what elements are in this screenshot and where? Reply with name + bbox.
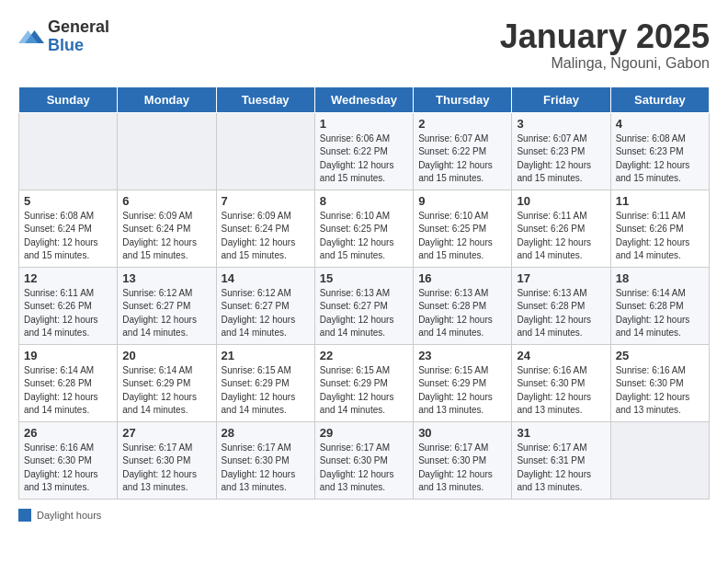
- calendar-cell: 24Sunrise: 6:16 AMSunset: 6:30 PMDayligh…: [512, 344, 610, 421]
- cell-info: Sunrise: 6:17 AMSunset: 6:30 PMDaylight:…: [122, 442, 197, 493]
- cell-info: Sunrise: 6:17 AMSunset: 6:30 PMDaylight:…: [320, 442, 394, 493]
- cell-info: Sunrise: 6:17 AMSunset: 6:30 PMDaylight:…: [222, 442, 296, 493]
- calendar-cell: 26Sunrise: 6:16 AMSunset: 6:30 PMDayligh…: [19, 421, 118, 499]
- week-row-4: 19Sunrise: 6:14 AMSunset: 6:28 PMDayligh…: [19, 344, 710, 421]
- calendar-cell: 30Sunrise: 6:17 AMSunset: 6:30 PMDayligh…: [414, 421, 512, 499]
- calendar-cell: 11Sunrise: 6:11 AMSunset: 6:26 PMDayligh…: [610, 190, 709, 267]
- day-number: 13: [122, 271, 210, 285]
- cell-info: Sunrise: 6:11 AMSunset: 6:26 PMDaylight:…: [517, 211, 591, 261]
- calendar-cell: 23Sunrise: 6:15 AMSunset: 6:29 PMDayligh…: [414, 344, 512, 421]
- day-number: 27: [122, 426, 210, 440]
- calendar-cell: 28Sunrise: 6:17 AMSunset: 6:30 PMDayligh…: [216, 421, 314, 499]
- cell-info: Sunrise: 6:16 AMSunset: 6:30 PMDaylight:…: [616, 365, 690, 416]
- cell-info: Sunrise: 6:09 AMSunset: 6:24 PMDaylight:…: [122, 211, 197, 261]
- calendar-cell: 16Sunrise: 6:13 AMSunset: 6:28 PMDayligh…: [414, 267, 512, 344]
- day-number: 28: [222, 426, 310, 440]
- day-number: 25: [616, 349, 704, 362]
- day-header-thursday: Thursday: [414, 86, 512, 112]
- calendar-table: SundayMondayTuesdayWednesdayThursdayFrid…: [18, 86, 710, 500]
- day-number: 22: [320, 349, 408, 362]
- day-number: 2: [418, 117, 506, 131]
- cell-info: Sunrise: 6:08 AMSunset: 6:24 PMDaylight:…: [24, 211, 98, 261]
- days-header-row: SundayMondayTuesdayWednesdayThursdayFrid…: [19, 86, 710, 112]
- cell-info: Sunrise: 6:08 AMSunset: 6:23 PMDaylight:…: [616, 133, 690, 184]
- day-number: 11: [616, 194, 704, 208]
- day-number: 7: [222, 194, 310, 208]
- day-number: 8: [320, 194, 408, 208]
- day-header-saturday: Saturday: [610, 86, 709, 112]
- title-block: January 2025 Malinga, Ngouni, Gabon: [500, 18, 710, 72]
- cell-info: Sunrise: 6:14 AMSunset: 6:29 PMDaylight:…: [122, 365, 197, 416]
- cell-info: Sunrise: 6:13 AMSunset: 6:28 PMDaylight:…: [418, 288, 493, 339]
- cell-info: Sunrise: 6:10 AMSunset: 6:25 PMDaylight:…: [418, 211, 493, 261]
- day-header-friday: Friday: [512, 86, 610, 112]
- day-number: 4: [616, 117, 704, 131]
- calendar-cell: 27Sunrise: 6:17 AMSunset: 6:30 PMDayligh…: [118, 421, 216, 499]
- calendar-cell: 21Sunrise: 6:15 AMSunset: 6:29 PMDayligh…: [216, 344, 314, 421]
- location: Malinga, Ngouni, Gabon: [500, 55, 710, 72]
- calendar-cell: 2Sunrise: 6:07 AMSunset: 6:22 PMDaylight…: [414, 112, 512, 190]
- logo-icon: [18, 24, 44, 50]
- day-header-tuesday: Tuesday: [216, 86, 314, 112]
- day-number: 16: [418, 271, 506, 285]
- day-number: 26: [24, 426, 112, 440]
- calendar-cell: 8Sunrise: 6:10 AMSunset: 6:25 PMDaylight…: [314, 190, 413, 267]
- calendar-cell: [610, 421, 709, 499]
- day-number: 24: [517, 349, 605, 362]
- week-row-3: 12Sunrise: 6:11 AMSunset: 6:26 PMDayligh…: [19, 267, 710, 344]
- day-number: 17: [517, 271, 605, 285]
- day-number: 15: [320, 271, 408, 285]
- calendar-cell: 3Sunrise: 6:07 AMSunset: 6:23 PMDaylight…: [512, 112, 610, 190]
- calendar-cell: 14Sunrise: 6:12 AMSunset: 6:27 PMDayligh…: [216, 267, 314, 344]
- week-row-2: 5Sunrise: 6:08 AMSunset: 6:24 PMDaylight…: [19, 190, 710, 267]
- calendar-cell: 19Sunrise: 6:14 AMSunset: 6:28 PMDayligh…: [19, 344, 118, 421]
- day-number: 18: [616, 271, 704, 285]
- cell-info: Sunrise: 6:17 AMSunset: 6:31 PMDaylight:…: [517, 442, 591, 493]
- calendar-cell: 4Sunrise: 6:08 AMSunset: 6:23 PMDaylight…: [610, 112, 709, 190]
- day-number: 1: [320, 117, 408, 131]
- cell-info: Sunrise: 6:07 AMSunset: 6:22 PMDaylight:…: [418, 133, 493, 184]
- daylight-legend-box: [18, 509, 31, 522]
- cell-info: Sunrise: 6:09 AMSunset: 6:24 PMDaylight:…: [222, 211, 296, 261]
- day-header-wednesday: Wednesday: [314, 86, 413, 112]
- day-number: 9: [418, 194, 506, 208]
- calendar-cell: 5Sunrise: 6:08 AMSunset: 6:24 PMDaylight…: [19, 190, 118, 267]
- calendar-cell: 1Sunrise: 6:06 AMSunset: 6:22 PMDaylight…: [314, 112, 413, 190]
- cell-info: Sunrise: 6:11 AMSunset: 6:26 PMDaylight:…: [24, 288, 98, 339]
- cell-info: Sunrise: 6:16 AMSunset: 6:30 PMDaylight:…: [24, 442, 98, 493]
- calendar-cell: 9Sunrise: 6:10 AMSunset: 6:25 PMDaylight…: [414, 190, 512, 267]
- cell-info: Sunrise: 6:17 AMSunset: 6:30 PMDaylight:…: [418, 442, 493, 493]
- day-number: 31: [517, 426, 605, 440]
- cell-info: Sunrise: 6:14 AMSunset: 6:28 PMDaylight:…: [24, 365, 98, 416]
- footer: Daylight hours: [18, 509, 710, 522]
- calendar-cell: 12Sunrise: 6:11 AMSunset: 6:26 PMDayligh…: [19, 267, 118, 344]
- day-number: 29: [320, 426, 408, 440]
- logo-blue-text: Blue: [48, 37, 109, 55]
- day-number: 23: [418, 349, 506, 362]
- cell-info: Sunrise: 6:11 AMSunset: 6:26 PMDaylight:…: [616, 211, 690, 261]
- day-number: 21: [222, 349, 310, 362]
- day-number: 12: [24, 271, 112, 285]
- cell-info: Sunrise: 6:07 AMSunset: 6:23 PMDaylight:…: [517, 133, 591, 184]
- week-row-1: 1Sunrise: 6:06 AMSunset: 6:22 PMDaylight…: [19, 112, 710, 190]
- cell-info: Sunrise: 6:13 AMSunset: 6:28 PMDaylight:…: [517, 288, 591, 339]
- day-number: 3: [517, 117, 605, 131]
- week-row-5: 26Sunrise: 6:16 AMSunset: 6:30 PMDayligh…: [19, 421, 710, 499]
- calendar-cell: [216, 112, 314, 190]
- day-header-sunday: Sunday: [19, 86, 118, 112]
- day-number: 14: [222, 271, 310, 285]
- cell-info: Sunrise: 6:15 AMSunset: 6:29 PMDaylight:…: [222, 365, 296, 416]
- calendar-cell: 7Sunrise: 6:09 AMSunset: 6:24 PMDaylight…: [216, 190, 314, 267]
- calendar-cell: 17Sunrise: 6:13 AMSunset: 6:28 PMDayligh…: [512, 267, 610, 344]
- calendar-cell: 6Sunrise: 6:09 AMSunset: 6:24 PMDaylight…: [118, 190, 216, 267]
- calendar-cell: 18Sunrise: 6:14 AMSunset: 6:28 PMDayligh…: [610, 267, 709, 344]
- calendar-cell: 10Sunrise: 6:11 AMSunset: 6:26 PMDayligh…: [512, 190, 610, 267]
- cell-info: Sunrise: 6:13 AMSunset: 6:27 PMDaylight:…: [320, 288, 394, 339]
- cell-info: Sunrise: 6:06 AMSunset: 6:22 PMDaylight:…: [320, 133, 394, 184]
- calendar-cell: 31Sunrise: 6:17 AMSunset: 6:31 PMDayligh…: [512, 421, 610, 499]
- day-number: 19: [24, 349, 112, 362]
- calendar-cell: [19, 112, 118, 190]
- header: General Blue January 2025 Malinga, Ngoun…: [18, 18, 710, 72]
- day-number: 30: [418, 426, 506, 440]
- day-header-monday: Monday: [118, 86, 216, 112]
